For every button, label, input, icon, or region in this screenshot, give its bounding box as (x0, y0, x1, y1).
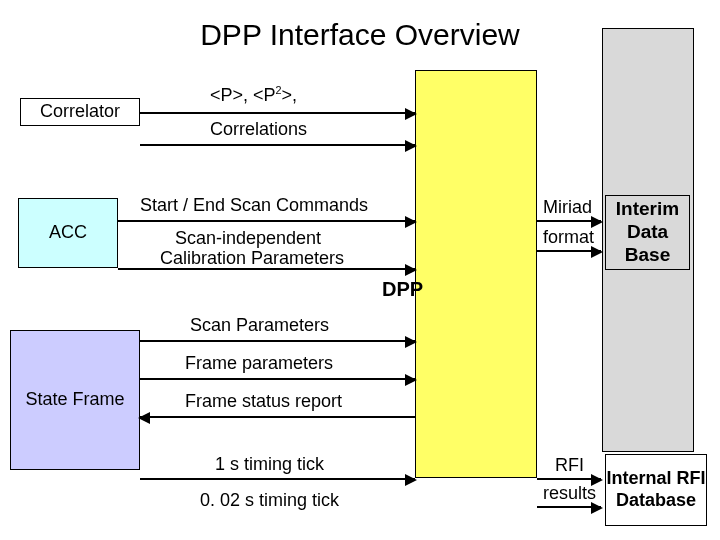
arrow-acc-dpp-1 (118, 220, 415, 222)
arrow-stateframe-dpp (140, 378, 415, 380)
label-tick002: 0. 02 s timing tick (200, 490, 339, 511)
internal-text: Internal RFI Database (606, 468, 706, 511)
page-title: DPP Interface Overview (0, 18, 720, 52)
arrow-correlator-dpp-2 (140, 144, 415, 146)
label-start-end: Start / End Scan Commands (140, 195, 368, 216)
node-acc: ACC (18, 198, 118, 268)
label-miriad: Miriad (543, 197, 592, 218)
arrow-dpp-internal-2 (537, 506, 601, 508)
arrow-dpp-stateframe (140, 416, 415, 418)
label-scan-indep-1: Scan-independent (175, 228, 321, 249)
arrow-dpp-internal-1 (537, 478, 601, 480)
arrow-tick1-dpp (140, 478, 415, 480)
node-interim-db: Interim Data Base (605, 195, 690, 270)
label-frame-status: Frame status report (185, 391, 342, 412)
arrow-dpp-interim-2 (537, 250, 601, 252)
label-correlations: Correlations (210, 119, 307, 140)
label-frame-params: Frame parameters (185, 353, 333, 374)
node-dpp (415, 70, 537, 478)
label-format: format (543, 227, 594, 248)
node-internal-rfi-db: Internal RFI Database (605, 454, 707, 526)
node-stateframe: State Frame (10, 330, 140, 470)
label-p-p2: <P>, <P2>, (210, 84, 297, 106)
label-scan-indep-2: Calibration Parameters (160, 248, 344, 269)
node-dpp-label: DPP (382, 278, 423, 301)
interim-text: Interim Data Base (606, 198, 689, 266)
label-rfi: RFI (555, 455, 584, 476)
node-correlator: Correlator (20, 98, 140, 126)
arrow-correlator-dpp-1 (140, 112, 415, 114)
label-tick1: 1 s timing tick (215, 454, 324, 475)
arrow-scan-params-dpp (140, 340, 415, 342)
label-results: results (543, 483, 596, 504)
label-scan-params: Scan Parameters (190, 315, 329, 336)
arrow-dpp-interim-1 (537, 220, 601, 222)
